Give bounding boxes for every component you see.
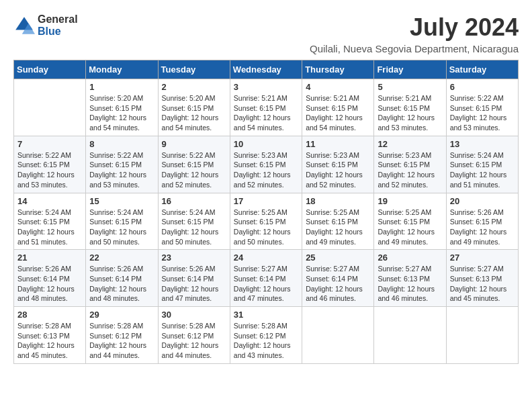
calendar-cell: 28Sunrise: 5:28 AMSunset: 6:13 PMDayligh… [14, 307, 86, 364]
calendar-cell: 3Sunrise: 5:21 AMSunset: 6:15 PMDaylight… [230, 79, 302, 136]
calendar-cell: 27Sunrise: 5:27 AMSunset: 6:13 PMDayligh… [446, 250, 518, 307]
day-info: Sunrise: 5:26 AMSunset: 6:14 PMDaylight:… [162, 264, 226, 304]
calendar-cell: 11Sunrise: 5:23 AMSunset: 6:15 PMDayligh… [302, 136, 374, 193]
day-number: 5 [378, 82, 442, 92]
calendar-cell: 1Sunrise: 5:20 AMSunset: 6:15 PMDaylight… [86, 79, 158, 136]
calendar-cell: 31Sunrise: 5:28 AMSunset: 6:12 PMDayligh… [230, 307, 302, 364]
day-number: 24 [234, 253, 298, 263]
calendar-cell: 6Sunrise: 5:22 AMSunset: 6:15 PMDaylight… [446, 79, 518, 136]
calendar-cell: 9Sunrise: 5:22 AMSunset: 6:15 PMDaylight… [158, 136, 230, 193]
calendar-week-2: 7Sunrise: 5:22 AMSunset: 6:15 PMDaylight… [14, 136, 519, 193]
calendar-cell: 25Sunrise: 5:27 AMSunset: 6:14 PMDayligh… [302, 250, 374, 307]
calendar-cell: 13Sunrise: 5:24 AMSunset: 6:15 PMDayligh… [446, 136, 518, 193]
day-info: Sunrise: 5:20 AMSunset: 6:15 PMDaylight:… [162, 93, 226, 133]
calendar-cell: 29Sunrise: 5:28 AMSunset: 6:12 PMDayligh… [86, 307, 158, 364]
day-number: 17 [234, 196, 298, 206]
day-number: 6 [450, 82, 515, 92]
day-info: Sunrise: 5:23 AMSunset: 6:15 PMDaylight:… [234, 150, 298, 190]
logo-blue-text: Blue [38, 26, 78, 38]
day-header-row: SundayMondayTuesdayWednesdayThursdayFrid… [14, 60, 519, 79]
calendar-cell: 4Sunrise: 5:21 AMSunset: 6:15 PMDaylight… [302, 79, 374, 136]
day-info: Sunrise: 5:28 AMSunset: 6:12 PMDaylight:… [89, 321, 154, 361]
column-header-saturday: Saturday [446, 60, 518, 79]
day-info: Sunrise: 5:27 AMSunset: 6:13 PMDaylight:… [450, 264, 515, 304]
day-number: 22 [89, 253, 154, 263]
day-number: 21 [17, 253, 82, 263]
day-info: Sunrise: 5:21 AMSunset: 6:15 PMDaylight:… [234, 93, 298, 133]
day-info: Sunrise: 5:27 AMSunset: 6:14 PMDaylight:… [234, 264, 298, 304]
calendar-cell [374, 307, 446, 364]
day-number: 20 [450, 196, 515, 206]
day-number: 16 [162, 196, 226, 206]
day-number: 3 [234, 82, 298, 92]
day-info: Sunrise: 5:24 AMSunset: 6:15 PMDaylight:… [17, 208, 82, 247]
calendar-cell: 23Sunrise: 5:26 AMSunset: 6:14 PMDayligh… [158, 250, 230, 307]
calendar-cell: 17Sunrise: 5:25 AMSunset: 6:15 PMDayligh… [230, 193, 302, 250]
column-header-wednesday: Wednesday [230, 60, 302, 79]
day-info: Sunrise: 5:25 AMSunset: 6:15 PMDaylight:… [234, 208, 298, 247]
column-header-tuesday: Tuesday [158, 60, 230, 79]
day-info: Sunrise: 5:21 AMSunset: 6:15 PMDaylight:… [378, 93, 442, 133]
day-number: 9 [162, 139, 226, 149]
day-number: 27 [450, 253, 515, 263]
calendar-table: SundayMondayTuesdayWednesdayThursdayFrid… [13, 60, 519, 364]
calendar-cell: 30Sunrise: 5:28 AMSunset: 6:12 PMDayligh… [158, 307, 230, 364]
calendar-cell: 15Sunrise: 5:24 AMSunset: 6:15 PMDayligh… [86, 193, 158, 250]
day-number: 31 [234, 310, 298, 320]
day-info: Sunrise: 5:24 AMSunset: 6:15 PMDaylight:… [450, 150, 515, 190]
day-number: 10 [234, 139, 298, 149]
column-header-thursday: Thursday [302, 60, 374, 79]
calendar-cell: 21Sunrise: 5:26 AMSunset: 6:14 PMDayligh… [14, 250, 86, 307]
calendar-cell: 22Sunrise: 5:26 AMSunset: 6:14 PMDayligh… [86, 250, 158, 307]
calendar-cell: 12Sunrise: 5:23 AMSunset: 6:15 PMDayligh… [374, 136, 446, 193]
day-number: 14 [17, 196, 82, 206]
day-number: 28 [17, 310, 82, 320]
day-number: 11 [306, 139, 370, 149]
calendar-cell: 14Sunrise: 5:24 AMSunset: 6:15 PMDayligh… [14, 193, 86, 250]
day-number: 25 [306, 253, 370, 263]
calendar-cell: 19Sunrise: 5:25 AMSunset: 6:15 PMDayligh… [374, 193, 446, 250]
logo: General Blue [13, 13, 78, 37]
day-info: Sunrise: 5:22 AMSunset: 6:15 PMDaylight:… [89, 150, 154, 190]
calendar-cell [302, 307, 374, 364]
column-header-monday: Monday [86, 60, 158, 79]
calendar-cell: 18Sunrise: 5:25 AMSunset: 6:15 PMDayligh… [302, 193, 374, 250]
day-info: Sunrise: 5:28 AMSunset: 6:13 PMDaylight:… [17, 321, 82, 361]
day-info: Sunrise: 5:25 AMSunset: 6:15 PMDaylight:… [306, 208, 370, 247]
day-number: 29 [89, 310, 154, 320]
day-info: Sunrise: 5:24 AMSunset: 6:15 PMDaylight:… [89, 208, 154, 247]
calendar-cell: 2Sunrise: 5:20 AMSunset: 6:15 PMDaylight… [158, 79, 230, 136]
day-number: 7 [17, 139, 82, 149]
column-header-sunday: Sunday [14, 60, 86, 79]
day-info: Sunrise: 5:25 AMSunset: 6:15 PMDaylight:… [378, 208, 442, 247]
day-info: Sunrise: 5:23 AMSunset: 6:15 PMDaylight:… [306, 150, 370, 190]
column-header-friday: Friday [374, 60, 446, 79]
day-info: Sunrise: 5:27 AMSunset: 6:13 PMDaylight:… [378, 264, 442, 304]
day-info: Sunrise: 5:22 AMSunset: 6:15 PMDaylight:… [17, 150, 82, 190]
title-area: July 2024 Quilali, Nueva Segovia Departm… [310, 13, 519, 54]
day-info: Sunrise: 5:22 AMSunset: 6:15 PMDaylight:… [450, 93, 515, 133]
logo-general-text: General [38, 13, 78, 26]
day-number: 1 [89, 82, 154, 92]
calendar-cell: 20Sunrise: 5:26 AMSunset: 6:15 PMDayligh… [446, 193, 518, 250]
day-number: 12 [378, 139, 442, 149]
calendar-cell: 7Sunrise: 5:22 AMSunset: 6:15 PMDaylight… [14, 136, 86, 193]
month-title: July 2024 [310, 13, 519, 42]
day-info: Sunrise: 5:26 AMSunset: 6:14 PMDaylight:… [89, 264, 154, 304]
day-number: 19 [378, 196, 442, 206]
day-info: Sunrise: 5:27 AMSunset: 6:14 PMDaylight:… [306, 264, 370, 304]
calendar-cell: 8Sunrise: 5:22 AMSunset: 6:15 PMDaylight… [86, 136, 158, 193]
day-number: 2 [162, 82, 226, 92]
calendar-week-5: 28Sunrise: 5:28 AMSunset: 6:13 PMDayligh… [14, 307, 519, 364]
day-info: Sunrise: 5:23 AMSunset: 6:15 PMDaylight:… [378, 150, 442, 190]
day-info: Sunrise: 5:28 AMSunset: 6:12 PMDaylight:… [162, 321, 226, 361]
calendar-week-1: 1Sunrise: 5:20 AMSunset: 6:15 PMDaylight… [14, 79, 519, 136]
calendar-week-4: 21Sunrise: 5:26 AMSunset: 6:14 PMDayligh… [14, 250, 519, 307]
calendar-cell: 10Sunrise: 5:23 AMSunset: 6:15 PMDayligh… [230, 136, 302, 193]
calendar-cell [14, 79, 86, 136]
logo-icon [13, 15, 35, 36]
day-number: 8 [89, 139, 154, 149]
calendar-week-3: 14Sunrise: 5:24 AMSunset: 6:15 PMDayligh… [14, 193, 519, 250]
day-number: 4 [306, 82, 370, 92]
day-number: 30 [162, 310, 226, 320]
